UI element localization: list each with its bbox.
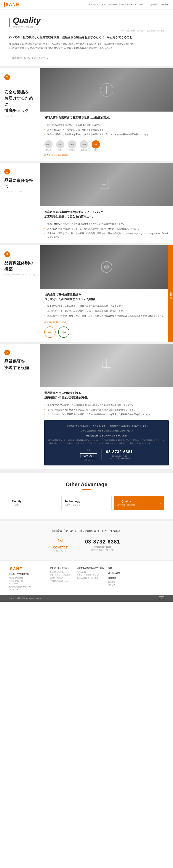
step-arrow: › (54, 144, 55, 148)
logo-accent (4, 2, 5, 7)
adv-card-technology[interactable]: Technology 技術力・こだわり › (61, 496, 112, 510)
section-02-num: 02 (4, 169, 10, 175)
footer-link-1c[interactable]: 短納期に対応したい (50, 577, 72, 579)
footer-link-1b[interactable]: 試作・小ロットに対応したい (50, 574, 72, 576)
mail-icon: ✉ (80, 448, 97, 453)
other-advantage: Other Advantage Facility 設備 › Technology… (0, 473, 173, 519)
list-item: ● 製造部門が適切な体制を整備し、材料の品質から完成品の品質までを全体管理。 (44, 304, 169, 309)
section-03-title: 品質保証体制の構築 (4, 260, 36, 272)
section-01-title: 安全な製品をお届けするために徹底チェック (4, 83, 36, 114)
section-04: 04 品質保証を実現する設備 Quality Equipment 世界最高クラス… (0, 344, 173, 469)
contact-closed: 定休日：土曜・日曜・祝日 (106, 457, 133, 460)
section-03: 03 品質保証体制の構築 Quality Assurance System / … (0, 245, 173, 342)
footer-nav-heading-3: 実績 (108, 567, 120, 569)
contact-box-title: 「貴重なお客様の加工品をスキャンします」「お客様の寸法確認のお手伝いをします」 (48, 424, 165, 428)
adv-card-facility-sub: 設備 (12, 503, 22, 506)
contact-box-button[interactable]: CONTACT (80, 453, 97, 458)
k-badge: K (159, 596, 164, 600)
cta-contact-block: ✉ CONTACT お問い合わせ (53, 537, 67, 553)
section-02: 02 品質に責任を持つ Quality Responsibility お客さま要… (0, 163, 173, 243)
list-item: ● 加工精度や表面の仕上がりなど、各工程の品質データを集め、継続的な品質改善につ… (44, 226, 169, 231)
list-item: ● 加工工程において、定期的に寸法・外観などを確認します。 (44, 127, 169, 132)
footer-link-1d[interactable]: 精密部品の加工をしたい (50, 580, 72, 582)
section-03-heading: 社内全体で高付加価値製品を 作り続けるための環境とシステムを構築。 (44, 292, 169, 302)
footer-link-2b[interactable]: Technology 技術力・こだわり (77, 574, 104, 576)
section-01-heading: 材料入荷から出荷まで各工程で徹底した検査を実施。 (44, 116, 169, 120)
contact-inner-box: 「貴重なお客様の加工品をスキャンします」「お客様の寸法確認のお手伝いをします」 … (44, 420, 169, 465)
list-item: ● 協力会社の管理を行い、搬入する素材・部品品質の管理から、更なる品質向上のため… (44, 231, 169, 239)
adv-card-facility-arrow: › (55, 501, 56, 505)
nav-item-5[interactable]: 会社概要 (161, 3, 169, 6)
section-02-image (40, 163, 173, 206)
section-01-list: ● 材料受け入れ検査により、不良品の流入を防止します。 ● 加工工程において、定… (44, 123, 169, 137)
breadcrumb: TOP > 三栄機械工業の強み > 品質管理・受託検査 (9, 29, 164, 32)
footer-link-1a[interactable]: 加工品の品質が悪い (50, 571, 72, 573)
list-item: ● 材料受け入れ検査により、不良品の流入を防止します。 (44, 123, 169, 127)
system-image-icon (98, 258, 115, 276)
footer-link-2a[interactable]: Facility 設備 (77, 571, 104, 573)
footer-nav-block: ご要望・困りごとから 加工品の品質が悪い 試作・小ロットに対応したい 短納期に対… (50, 567, 164, 591)
section-01-left: 01 安全な製品をお届けするために徹底チェック Quality Check (0, 68, 40, 161)
logo[interactable]: SANEI (4, 2, 21, 7)
footer-logo-accent (9, 567, 9, 571)
adv-card-facility-title: Facility (12, 500, 22, 503)
step-3: check 精密加工 (68, 140, 76, 151)
adv-card-quality[interactable]: Quality 品質管理・受託検査 › (114, 496, 164, 510)
footer-nav-col-1: ご要望・困りごとから 加工品の品質が悪い 試作・小ロットに対応したい 短納期に対… (50, 567, 72, 591)
main-nav: ご要望・困りごとから 三栄機械工業の強みとサービス 実績 よくある質問 会社概要 (86, 3, 169, 6)
cta-tel-block: 03-3732-6381 OPEN 8:00〜17:00 定休日：土曜・日曜・祝… (85, 539, 120, 551)
divider-4 (0, 469, 173, 473)
adv-card-technology-arrow: › (107, 501, 108, 505)
category-select[interactable]: 現在検索中について詳しくもちら (9, 54, 164, 61)
cta-text: 高精度が求められる工場でお困り事は、いつでも気軽に (9, 529, 164, 533)
list-item: ● 製品のデータの管理・整理を行い、業種・材質・寸法などの品質情報との連動により… (44, 313, 169, 318)
cta-contact-sub: お問い合わせ (53, 550, 67, 553)
advantage-cards: Facility 設備 › Technology 技術力・こだわり › Qual… (9, 496, 164, 510)
section-03-link[interactable]: 品質保証の詳細を確認 (44, 320, 66, 323)
section-03-right: 社内全体で高付加価値製品を 作り続けるための環境とシステムを構築。 ● 製造部門… (40, 245, 173, 342)
iso-14001-badge: ISO14001 (58, 327, 69, 338)
cta-contact-label[interactable]: CONTACT (53, 546, 67, 549)
nav-item-1[interactable]: ご要望・困りごとから (86, 3, 106, 6)
footer-link-2c[interactable]: Quality 品質管理・受託検査 (77, 577, 104, 579)
section-04-list: ● 超高精度なCNCに対応した三次元測定機による最高レベルの品質保証を実現してい… (44, 403, 169, 417)
nav-item-4[interactable]: よくある質問 (146, 3, 158, 6)
footer-logo-text: SANEI (10, 567, 24, 571)
footer-link-5a[interactable]: 会社概要 (108, 581, 120, 583)
copyright: © 2023 三栄機械工業 All Rights Reserved. (9, 597, 41, 599)
nav-item-3[interactable]: 実績 (139, 3, 143, 6)
section-03-num: 03 (4, 251, 10, 257)
section-01-link[interactable]: 検査スペックを詳細確認 (44, 154, 68, 157)
divider-1 (0, 161, 173, 163)
section-03-title-en: Quality Assurance System / Quality Assur… (4, 274, 36, 278)
step-arrow: › (66, 144, 67, 148)
cta-row: ✉ CONTACT お問い合わせ 03-3732-6381 OPEN 8:00〜… (9, 537, 164, 553)
sidebar-label: 品質保証体制の構築 (169, 290, 172, 297)
adv-card-quality-sub: 品質管理・受託検査 (117, 503, 135, 506)
svg-point-8 (105, 265, 109, 269)
divider-2 (0, 243, 173, 245)
footer-nav-col-2: 三栄機械工業の強みとサービス Facility 設備 Technology 技術… (77, 567, 104, 591)
logo-text: SANEI (6, 2, 21, 7)
section-04-image (40, 344, 173, 387)
step-4: check 最終検査 (80, 140, 88, 151)
hero-description2: 国内の豊かな工場や市場のニーズを考慮し、加工業務を通して幅広いサービスを提供して… (9, 42, 134, 50)
section-02-right: お客さま要求事項や測定結果をフィードバック。 加工現場と連携して更なる品質向上へ… (40, 163, 173, 243)
footer: SANEI 株式会社 三栄機械工業 TEL.03-3732-6381 FAX.0… (0, 560, 173, 595)
check-image-icon (98, 81, 115, 99)
process-steps: check 材料入荷 › check 粗加工 › check 精密加工 › ch… (44, 140, 169, 151)
nav-item-2[interactable]: 三栄機械工業の強みとサービス (109, 3, 136, 6)
hero-accent-bar (9, 18, 10, 27)
list-item: ● アフターサービス・品質調査への対応、当方の検査実績のデータを活用した精密機器… (44, 412, 169, 417)
footer-nav-heading-4: よくある質問 (108, 571, 120, 575)
footer-link-5b[interactable]: アクセス (108, 584, 120, 586)
contact-box-desc: 精度の品質管理システムや最先端の測定機器の活用方法について、また三次元測定機や画… (48, 439, 165, 445)
footer-address: TEL.03-3732-6381 FAX.03-3730-4487 〒144-0… (9, 577, 43, 591)
adv-card-facility[interactable]: Facility 設備 › (9, 496, 59, 510)
section-03-list: ● 製造部門が適切な体制を整備し、材料の品質から完成品の品質までを全体管理。 ●… (44, 304, 169, 318)
section-01-image (40, 68, 173, 112)
contact-box-subtitle: これらで受託検査に関するご相談はお気軽にご連絡ください (48, 429, 165, 432)
list-item: ● ビジョン測定機・光学機器・画像など、様々な測定手法を用いて品質検査を行ってい… (44, 407, 169, 412)
cta-tel: 03-3732-6381 (85, 539, 120, 545)
section-02-title-en: Quality Responsibility (4, 191, 36, 193)
